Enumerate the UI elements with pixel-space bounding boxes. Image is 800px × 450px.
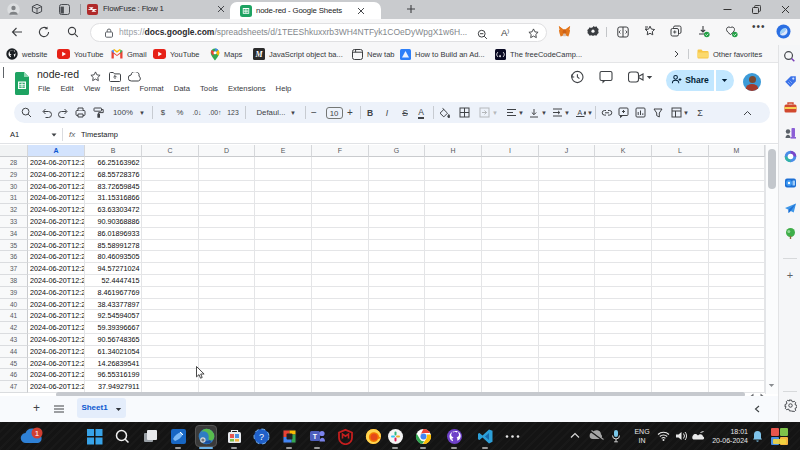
svg-text:1: 1 [35, 429, 40, 438]
svg-text:?: ? [258, 431, 263, 441]
svg-text:T: T [312, 432, 317, 439]
svg-text:M: M [254, 50, 263, 59]
